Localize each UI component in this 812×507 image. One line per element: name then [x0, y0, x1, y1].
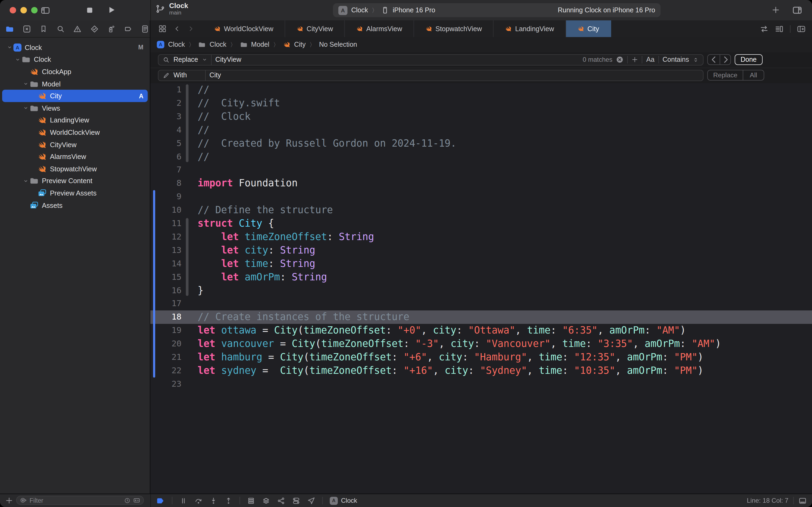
chevron-down-s-icon[interactable]: [23, 106, 28, 111]
location-icon[interactable]: [307, 497, 315, 505]
graph-icon[interactable]: [277, 497, 285, 505]
running-process[interactable]: AClock: [330, 497, 357, 505]
sidebar-item-cityview[interactable]: CityView: [2, 138, 148, 151]
code-line[interactable]: 22let sydney = City(timeZoneOffset: "+16…: [151, 364, 812, 378]
issues-icon[interactable]: [73, 24, 81, 33]
code-line[interactable]: 5// Created by Russell Gordon on 2024-11…: [151, 137, 812, 150]
tab-stopwatchview[interactable]: StopwatchView: [414, 20, 494, 37]
code-line[interactable]: 6//: [151, 150, 812, 164]
code-line[interactable]: 17: [151, 297, 812, 311]
filter-field[interactable]: Filter: [16, 496, 144, 505]
tab-cityview[interactable]: CityView: [285, 20, 345, 37]
replace-field[interactable]: With City: [158, 69, 703, 81]
sidebar-item-preview-assets[interactable]: Preview Assets: [2, 187, 148, 199]
pause-icon[interactable]: [179, 497, 187, 505]
sidebar-item-assets[interactable]: Assets: [2, 199, 148, 211]
tab-worldclockview[interactable]: WorldClockView: [202, 20, 285, 37]
memory-icon[interactable]: [262, 497, 270, 505]
sidebar-item-clockapp[interactable]: ClockApp: [2, 65, 148, 77]
find-field[interactable]: Replace CityView 0 matches Aa Contains: [158, 54, 703, 65]
code-line[interactable]: 16}: [151, 284, 812, 297]
step-over-icon[interactable]: [194, 497, 202, 505]
source-control-status-icon[interactable]: [133, 497, 140, 504]
folder-filled-icon[interactable]: [5, 24, 14, 33]
breadcrumb-segment[interactable]: No Selection: [319, 41, 357, 48]
bookmark-icon[interactable]: [39, 24, 48, 33]
tests-icon[interactable]: [90, 24, 99, 33]
clear-search-icon[interactable]: [616, 56, 624, 63]
match-type-select[interactable]: Contains: [662, 56, 689, 63]
sidebar-item-views[interactable]: Views: [2, 102, 148, 114]
toggle-debug-area-icon[interactable]: [799, 497, 807, 505]
chevron-right-icon[interactable]: [187, 25, 194, 32]
find-query[interactable]: CityView: [215, 56, 579, 63]
code-line[interactable]: 15 let amOrPm: String: [151, 270, 812, 284]
toggle-navigator-icon[interactable]: [41, 6, 50, 15]
source-control-icon[interactable]: [22, 24, 31, 33]
minimize-button[interactable]: [20, 7, 27, 13]
code-line[interactable]: 10// Define the structure: [151, 204, 812, 217]
stop-button[interactable]: [85, 6, 94, 14]
run-button[interactable]: [107, 5, 116, 14]
debug-views-icon[interactable]: [247, 497, 255, 505]
code-line[interactable]: 9: [151, 190, 812, 204]
grid-icon[interactable]: [159, 25, 167, 33]
source-code-editor[interactable]: 1//2// City.swift3// Clock4//5// Created…: [151, 83, 812, 494]
toggles-icon[interactable]: [292, 497, 300, 505]
code-line[interactable]: 7: [151, 164, 812, 177]
chevron-left-icon[interactable]: [173, 25, 180, 32]
swap-arrows-icon[interactable]: [760, 24, 768, 33]
breadcrumb-segment[interactable]: Clock: [210, 41, 227, 48]
breadcrumb-segment[interactable]: City: [294, 41, 305, 48]
step-in-icon[interactable]: [210, 497, 218, 505]
code-line[interactable]: 13 let city: String: [151, 244, 812, 257]
code-line[interactable]: 14 let time: String: [151, 257, 812, 270]
find-mode-label[interactable]: Replace: [173, 56, 198, 63]
sidebar-item-preview-content[interactable]: Preview Content: [2, 175, 148, 187]
current-code-line[interactable]: 18// Create instances of the structure: [151, 311, 812, 324]
sidebar-item-alarmsview[interactable]: AlarmsView: [2, 151, 148, 163]
sidebar-item-model[interactable]: Model: [2, 78, 148, 90]
sidebar-item-worldclockview[interactable]: WorldClockView: [2, 126, 148, 138]
add-pattern-icon[interactable]: [632, 56, 638, 63]
case-sensitive-toggle[interactable]: Aa: [646, 56, 655, 63]
code-line[interactable]: 23: [151, 378, 812, 391]
breakpoint-tag-icon[interactable]: [124, 24, 132, 33]
code-line[interactable]: 20let vancouver = City(timeZoneOffset: "…: [151, 337, 812, 351]
tab-alarmsview[interactable]: AlarmsView: [345, 20, 414, 37]
disclosure-chevron-icon[interactable]: [13, 57, 21, 62]
replace-button[interactable]: Replace: [708, 70, 743, 80]
chevron-down-s-icon[interactable]: [7, 45, 12, 50]
add-editor-icon[interactable]: [797, 24, 806, 33]
disclosure-chevron-icon[interactable]: [21, 81, 30, 87]
sidebar-item-stopwatchview[interactable]: StopwatchView: [2, 163, 148, 175]
sidebar-item-landingview[interactable]: LandingView: [2, 114, 148, 126]
library-plus-icon[interactable]: [772, 6, 780, 14]
zoom-button[interactable]: [31, 7, 38, 13]
code-line[interactable]: 12 let timeZoneOffset: String: [151, 230, 812, 244]
tab-city[interactable]: City: [566, 20, 611, 37]
code-line[interactable]: 11struct City {: [151, 217, 812, 230]
debug-spray-icon[interactable]: [107, 24, 115, 33]
step-out-icon[interactable]: [225, 497, 233, 505]
code-line[interactable]: 4//: [151, 123, 812, 137]
replacement-text[interactable]: City: [210, 71, 699, 79]
toggle-inspector-icon[interactable]: [792, 5, 802, 15]
breadcrumb-segment[interactable]: Model: [251, 41, 269, 48]
tab-landingview[interactable]: LandingView: [494, 20, 566, 37]
code-line[interactable]: 2// City.swift: [151, 97, 812, 110]
chevron-down-s-icon[interactable]: [15, 57, 20, 62]
recent-files-icon[interactable]: [124, 497, 130, 504]
previous-match-button[interactable]: [708, 55, 719, 64]
add-file-icon[interactable]: [5, 497, 13, 504]
next-match-button[interactable]: [719, 55, 732, 64]
filter-menu-icon[interactable]: [20, 497, 27, 504]
code-line[interactable]: 3// Clock: [151, 110, 812, 123]
replace-all-button[interactable]: All: [743, 70, 763, 80]
breadcrumb-segment[interactable]: Clock: [168, 41, 185, 48]
code-line[interactable]: 8import Foundation: [151, 177, 812, 190]
disclosure-chevron-icon[interactable]: [5, 45, 13, 50]
magnifier-icon[interactable]: [56, 24, 65, 33]
disclosure-chevron-icon[interactable]: [21, 178, 30, 184]
chevron-down-s-icon[interactable]: [23, 81, 28, 87]
